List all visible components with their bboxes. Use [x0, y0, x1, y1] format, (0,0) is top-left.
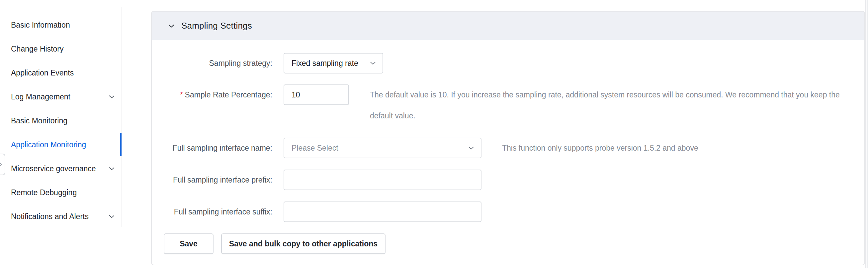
save-bulk-copy-button[interactable]: Save and bulk copy to other applications	[221, 234, 385, 254]
interface-name-select[interactable]: Please Select	[284, 138, 482, 158]
chevron-down-icon	[167, 21, 176, 31]
sidebar-item-basic-information[interactable]: Basic Information	[0, 13, 122, 37]
section-title: Sampling Settings	[181, 21, 252, 31]
sampling-strategy-row: Sampling strategy: Fixed sampling rate	[152, 53, 383, 74]
vertical-scrollbar[interactable]	[865, 0, 868, 268]
required-marker: *	[180, 90, 183, 99]
sidebar-item-label: Remote Debugging	[11, 188, 77, 197]
chevron-down-icon	[107, 92, 116, 101]
interface-suffix-label: Full sampling interface suffix:	[152, 202, 272, 222]
sample-rate-description: The default value is 10. If you increase…	[370, 84, 857, 126]
sampling-strategy-select[interactable]: Fixed sampling rate	[284, 53, 383, 74]
sidebar-item-change-history[interactable]: Change History	[0, 37, 122, 61]
select-placeholder: Please Select	[291, 144, 338, 153]
probe-version-note: This function only supports probe versio…	[502, 138, 698, 158]
interface-prefix-row: Full sampling interface prefix:	[152, 169, 482, 190]
sidebar-nav: Basic Information Change History Applica…	[0, 13, 122, 229]
sidebar-item-microservice-governance[interactable]: Microservice governance	[0, 157, 122, 181]
save-button[interactable]: Save	[164, 234, 214, 254]
sidebar-item-remote-debugging[interactable]: Remote Debugging	[0, 181, 122, 205]
chevron-down-icon	[369, 59, 377, 68]
sidebar-divider	[122, 7, 122, 227]
sample-rate-label: *Sample Rate Percentage:	[152, 84, 272, 105]
sidebar-item-label: Microservice governance	[11, 164, 96, 173]
interface-suffix-row: Full sampling interface suffix:	[152, 202, 482, 222]
sidebar-item-label: Log Management	[11, 92, 70, 101]
sidebar-item-application-monitoring[interactable]: Application Monitoring	[0, 133, 122, 157]
interface-name-row: Full sampling interface name: Please Sel…	[152, 138, 698, 158]
sidebar-item-notifications-and-alerts[interactable]: Notifications and Alerts	[0, 205, 122, 229]
sidebar-item-label: Notifications and Alerts	[11, 212, 89, 221]
chevron-down-icon	[467, 144, 475, 152]
sample-rate-row: *Sample Rate Percentage: The default val…	[152, 84, 857, 126]
sidebar-collapse-handle[interactable]	[0, 154, 5, 175]
section-header[interactable]: Sampling Settings	[152, 11, 864, 40]
sampling-strategy-label: Sampling strategy:	[152, 53, 272, 74]
actions-row: Save Save and bulk copy to other applica…	[164, 234, 385, 254]
sidebar-item-label: Application Monitoring	[11, 140, 86, 149]
chevron-down-icon	[107, 212, 116, 221]
sidebar-item-label: Basic Monitoring	[11, 116, 67, 125]
sidebar: Basic Information Change History Applica…	[0, 0, 122, 268]
chevron-right-icon	[0, 161, 4, 168]
interface-prefix-label: Full sampling interface prefix:	[152, 169, 272, 190]
interface-prefix-input[interactable]	[284, 169, 482, 190]
sample-rate-input[interactable]	[284, 84, 349, 105]
sidebar-item-application-events[interactable]: Application Events	[0, 61, 122, 85]
sidebar-item-label: Basic Information	[11, 21, 70, 30]
sidebar-item-log-management[interactable]: Log Management	[0, 85, 122, 109]
interface-name-label: Full sampling interface name:	[152, 138, 272, 158]
sidebar-item-label: Application Events	[11, 69, 74, 78]
interface-suffix-input[interactable]	[284, 202, 482, 222]
sampling-settings-card: Sampling Settings Sampling strategy: Fix…	[151, 11, 865, 265]
select-value: Fixed sampling rate	[291, 59, 358, 68]
sidebar-item-label: Change History	[11, 45, 64, 54]
chevron-down-icon	[107, 164, 116, 173]
sidebar-item-basic-monitoring[interactable]: Basic Monitoring	[0, 109, 122, 133]
app-window: Basic Information Change History Applica…	[0, 0, 868, 268]
